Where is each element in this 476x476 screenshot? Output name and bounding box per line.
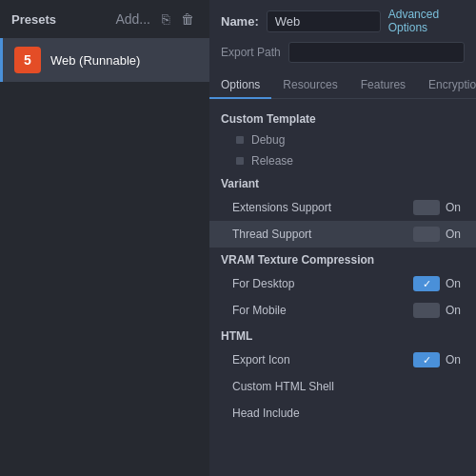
preset-item-web[interactable]: 5 Web (Runnable): [0, 38, 209, 82]
export-icon-checkbox[interactable]: ✓: [413, 352, 440, 367]
delete-preset-button[interactable]: 🗑: [177, 10, 198, 29]
export-path-input[interactable]: [288, 42, 465, 63]
for-desktop-toggle-container: ✓ On: [413, 276, 465, 291]
tabs: Options Resources Features Encryption: [209, 72, 476, 99]
advanced-options-link[interactable]: Advanced Options: [388, 8, 465, 34]
export-icon-toggle-container: ✓ On: [413, 352, 465, 367]
debug-template-item: Debug: [209, 129, 476, 150]
tab-encryption[interactable]: Encryption: [417, 72, 476, 99]
add-preset-button[interactable]: Add...: [111, 10, 154, 29]
custom-template-header: Custom Template: [209, 107, 476, 129]
for-desktop-checkmark: ✓: [423, 279, 431, 289]
main-header: Name: Advanced Options Export Path: [209, 0, 476, 67]
for-mobile-value: On: [446, 304, 465, 317]
sidebar-header: Presets Add... ⎘ 🗑: [0, 0, 209, 38]
tab-features[interactable]: Features: [349, 72, 417, 99]
copy-preset-button[interactable]: ⎘: [158, 10, 173, 29]
debug-label: Debug: [251, 133, 285, 147]
name-label: Name:: [221, 14, 259, 29]
presets-title: Presets: [11, 12, 104, 27]
for-desktop-row: For Desktop ✓ On: [209, 270, 476, 297]
thread-support-row: Thread Support On: [209, 221, 476, 248]
for-desktop-value: On: [446, 277, 465, 290]
thread-support-value: On: [446, 228, 465, 241]
release-label: Release: [251, 154, 293, 168]
vram-header: VRAM Texture Compression: [209, 248, 476, 270]
head-include-row: Head Include: [209, 400, 476, 426]
html-header: HTML: [209, 324, 476, 347]
name-row: Name: Advanced Options: [221, 8, 465, 34]
export-icon-value: On: [446, 353, 465, 367]
html5-icon: 5: [14, 47, 41, 73]
export-icon-row: Export Icon ✓ On: [209, 347, 476, 373]
export-path-label: Export Path: [221, 46, 281, 59]
extensions-support-value: On: [446, 201, 465, 214]
custom-html-shell-row: Custom HTML Shell: [209, 373, 476, 400]
thread-support-checkbox[interactable]: [413, 227, 440, 242]
thread-support-toggle-container: On: [413, 227, 465, 242]
options-panel: Custom Template Debug Release Variant Ex…: [209, 99, 476, 476]
for-desktop-label: For Desktop: [232, 277, 413, 290]
custom-html-shell-label: Custom HTML Shell: [232, 380, 465, 393]
thread-support-label: Thread Support: [232, 228, 413, 241]
name-input[interactable]: [267, 10, 381, 32]
for-mobile-row: For Mobile On: [209, 297, 476, 324]
extensions-support-checkbox[interactable]: [413, 200, 440, 215]
extensions-support-row: Extensions Support On: [209, 194, 476, 221]
for-mobile-checkbox[interactable]: [413, 303, 440, 318]
head-include-label: Head Include: [232, 407, 465, 420]
preset-label: Web (Runnable): [50, 53, 140, 68]
for-desktop-checkbox[interactable]: ✓: [413, 276, 440, 291]
extensions-support-label: Extensions Support: [232, 201, 413, 214]
extensions-support-toggle-container: On: [413, 200, 465, 215]
export-icon-label: Export Icon: [232, 353, 413, 367]
sidebar: Presets Add... ⎘ 🗑 5 Web (Runnable): [0, 0, 209, 476]
release-template-item: Release: [209, 150, 476, 171]
tab-resources[interactable]: Resources: [271, 72, 348, 99]
for-mobile-label: For Mobile: [232, 304, 413, 317]
debug-dot: [236, 136, 244, 144]
for-mobile-toggle-container: On: [413, 303, 465, 318]
export-icon-checkmark: ✓: [423, 355, 431, 366]
release-dot: [236, 157, 244, 165]
sidebar-actions: Add... ⎘ 🗑: [111, 10, 198, 29]
variant-header: Variant: [209, 171, 476, 194]
export-path-row: Export Path: [221, 38, 465, 67]
tab-options[interactable]: Options: [209, 72, 271, 99]
main-content: Name: Advanced Options Export Path Optio…: [209, 0, 476, 476]
